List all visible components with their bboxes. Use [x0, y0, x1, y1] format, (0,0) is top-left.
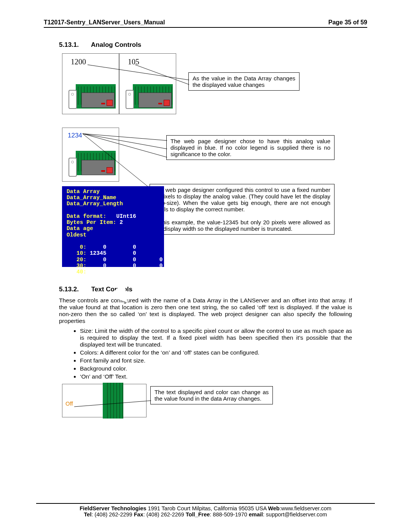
svg-line-6 [74, 401, 151, 407]
svg-line-0 [88, 65, 189, 80]
callout-value-changes: As the value in the Data Array changes t… [188, 72, 299, 91]
section-heading-2: 5.13.2. Text Controls [59, 286, 352, 293]
svg-line-5 [83, 134, 150, 189]
figure-text-control: Off The text displayed and color can cha… [59, 384, 352, 422]
callout-fixed-width: The web page designer configured this co… [150, 184, 335, 235]
svg-line-1 [135, 65, 189, 85]
callout-text-changes: The text displayed and color can change … [150, 386, 273, 404]
section-heading-1: 5.13.1. Analog Controls [59, 41, 352, 49]
page-number: Page 35 of 59 [328, 19, 367, 26]
text-controls-props: Size: Limit the width of the control to … [80, 328, 352, 380]
doc-title: T12017-Sentry_LANServer_Users_Manual [44, 19, 165, 26]
data-array-dump: Data Array Data_Array_Name Data_Array_Le… [62, 186, 164, 267]
figure-analog-gauges: 1200 105 As the value in the Data Array … [59, 53, 352, 116]
svg-line-3 [83, 134, 167, 149]
text-controls-para: These controls are configured with the n… [59, 297, 352, 324]
page-footer: FieldServer Technologies 1991 Tarob Cour… [36, 503, 375, 518]
figure-blue-analog: 1234 The web page designer chose to have… [59, 128, 352, 272]
